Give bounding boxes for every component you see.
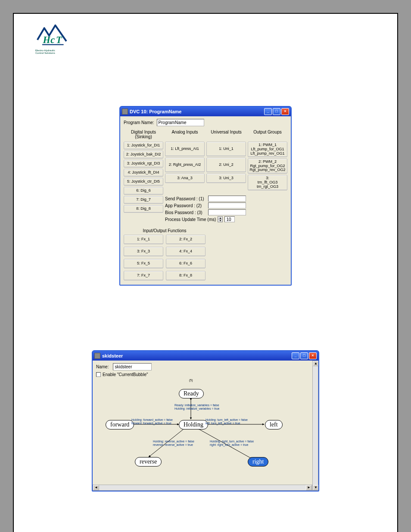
- ss-titlebar[interactable]: skidsteer _ □ ×: [93, 351, 318, 361]
- enable-currentbubble-checkbox[interactable]: [96, 372, 101, 377]
- bubble-reverse[interactable]: reverse: [135, 457, 162, 467]
- di-chip[interactable]: 7: Dig_7: [124, 196, 163, 204]
- scroll-left-icon[interactable]: ◄: [93, 485, 99, 490]
- vertical-scrollbar[interactable]: ▲ ▼: [312, 361, 318, 491]
- ss-name-label: Name:: [96, 364, 109, 369]
- iof-chip[interactable]: 6: Fx_6: [166, 259, 206, 268]
- bubble-ready[interactable]: Ready: [179, 389, 204, 398]
- di-chip[interactable]: 4: Joystick_lft_DI4: [124, 169, 163, 177]
- logo: H c T Electro-Hydraulic Control Solution…: [35, 22, 70, 54]
- bubble-holding[interactable]: Holding: [179, 420, 208, 429]
- maximize-button[interactable]: □: [300, 352, 308, 359]
- di-chip[interactable]: 5: Joystick_ctr_DI5: [124, 178, 163, 186]
- bubble-left[interactable]: left: [265, 420, 283, 429]
- close-button[interactable]: ×: [281, 108, 289, 115]
- send-password-label: Send Password : (1): [165, 196, 206, 201]
- dvc-window: DVC 10: ProgramName _ □ × Program Name: …: [119, 106, 292, 286]
- trans-reverse: Holding: reverse_active = false reverse:…: [153, 440, 194, 446]
- horizontal-scrollbar[interactable]: ◄ ►: [93, 485, 312, 491]
- svg-text:H: H: [43, 34, 51, 45]
- iof-chip[interactable]: 3: Fx_3: [124, 247, 163, 256]
- og-chip[interactable]: 3: trn_lft_OG3 trn_rgt_OG3: [248, 175, 287, 190]
- bios-password-label: Bios Password : (3): [165, 210, 206, 215]
- close-button[interactable]: ×: [309, 352, 317, 359]
- minimize-button[interactable]: _: [292, 352, 299, 359]
- process-update-label: Process Update Time (ms): [165, 217, 216, 222]
- logo-line2: Control Solutions: [35, 52, 70, 54]
- ui-chip[interactable]: 2: Uni_2: [206, 158, 246, 172]
- iof-chip[interactable]: 7: Fx_7: [124, 271, 163, 280]
- ai-chip[interactable]: 1: Lft_press_AI1: [165, 142, 205, 156]
- bios-password-input[interactable]: [208, 209, 246, 215]
- col-head-di: Digital Inputs (Sinking): [124, 129, 163, 140]
- trans-ready: Ready: initialize_variables = false Hold…: [174, 404, 219, 410]
- di-chip[interactable]: 3: Joystick_rgt_DI3: [124, 160, 163, 168]
- maximize-button[interactable]: □: [273, 108, 280, 115]
- bubble-forward[interactable]: forward: [106, 420, 134, 429]
- iof-chip[interactable]: 1: Fx_1: [124, 235, 163, 244]
- iof-chip[interactable]: 5: Fx_5: [124, 259, 163, 268]
- og-chip[interactable]: 2: PWM_2 Rgt_pump_for_OG2 Rgt_pump_rev_O…: [248, 159, 287, 174]
- iof-chip[interactable]: 8: Fx_8: [166, 271, 206, 280]
- di-chip[interactable]: 1: Joystick_for_DI1: [124, 142, 163, 149]
- app-icon: [94, 353, 100, 359]
- col-head-ai: Analog Inputs: [165, 129, 205, 135]
- app-password-label: App Password : (2): [165, 203, 206, 208]
- trans-left: Holding: turn_left_active = false left: …: [206, 418, 248, 425]
- program-name-input[interactable]: ProgramName: [157, 119, 204, 126]
- app-password-input[interactable]: [208, 202, 246, 208]
- di-chip[interactable]: 8: Dig_8: [124, 205, 163, 213]
- trans-forward: Holding: forward_active = false forward:…: [131, 418, 173, 425]
- iof-header: Input/Output Functions: [124, 228, 206, 233]
- process-update-spinner[interactable]: ▲ ▼: [218, 216, 223, 222]
- ui-chip[interactable]: 3: Uni_3: [206, 174, 246, 183]
- scroll-down-icon[interactable]: ▼: [313, 485, 319, 490]
- dvc-titlebar[interactable]: DVC 10: ProgramName _ □ ×: [120, 107, 291, 116]
- ss-name-input[interactable]: skidsteer: [113, 363, 152, 370]
- di-chip[interactable]: 2: Joystick_bak_DI2: [124, 151, 163, 159]
- trans-right: Holding: right_turn_active = false right…: [210, 440, 254, 446]
- og-chip[interactable]: 1: PWM_1 Lft_pump_for_OG1 Lft_pump_rev_O…: [248, 142, 287, 157]
- svg-text:c: c: [50, 34, 55, 45]
- enable-currentbubble-label: Enable "CurrentBubble": [103, 372, 148, 377]
- scroll-up-icon[interactable]: ▲: [313, 361, 319, 366]
- program-name-label: Program Name:: [124, 120, 154, 125]
- dvc-title: DVC 10: ProgramName: [130, 109, 264, 114]
- app-icon: [122, 109, 128, 115]
- minimize-button[interactable]: _: [264, 108, 272, 115]
- spin-down-icon[interactable]: ▼: [218, 219, 222, 222]
- page: H c T Electro-Hydraulic Control Solution…: [13, 13, 398, 532]
- marker-5: (5): [189, 379, 193, 382]
- col-head-og: Output Groups: [248, 129, 287, 135]
- ss-title: skidsteer: [102, 353, 292, 358]
- iof-chip[interactable]: 4: Fx_4: [166, 247, 206, 256]
- di-chip[interactable]: 6: Dig_6: [124, 187, 163, 195]
- col-head-ui: Universal Inputs: [206, 129, 246, 135]
- process-update-input[interactable]: 10: [224, 216, 235, 222]
- dvc-client: Program Name: ProgramName Digital Inputs…: [120, 116, 291, 285]
- bubble-canvas[interactable]: (5) Ready Holding forward left reverse r…: [93, 377, 312, 485]
- skidsteer-window: skidsteer _ □ × Name: skidsteer Enable "…: [92, 350, 319, 492]
- hct-logo-icon: H c T: [35, 22, 70, 48]
- send-password-input[interactable]: [208, 196, 246, 202]
- svg-text:T: T: [56, 34, 62, 45]
- scroll-right-icon[interactable]: ►: [306, 485, 312, 490]
- ai-chip[interactable]: 3: Ana_3: [165, 174, 205, 183]
- ai-chip[interactable]: 2: Rght_press_AI2: [165, 158, 205, 172]
- ui-chip[interactable]: 1: Uni_1: [206, 142, 246, 156]
- bubble-right[interactable]: right: [248, 457, 268, 467]
- iof-chip[interactable]: 2: Fx_2: [166, 235, 206, 244]
